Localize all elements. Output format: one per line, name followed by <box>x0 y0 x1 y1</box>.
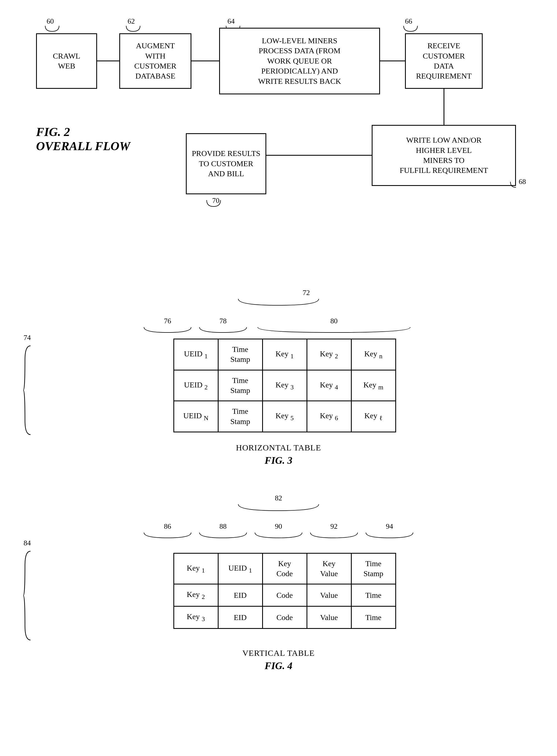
fig3-label: FIG. 3 <box>22 455 535 466</box>
left-brace-84 <box>22 549 32 643</box>
flowchart-fig2: 60 62 64 66 CRAWL WEB AUGMENT WITH CUSTO… <box>22 17 535 272</box>
horizontal-table: UEID 1 TimeStamp Key 1 Key 2 Key n UEID … <box>173 339 396 432</box>
augment-box: AUGMENT WITH CUSTOMER DATABASE <box>119 33 192 89</box>
fig4-label: FIG. 4 <box>22 660 535 672</box>
bracket-90 <box>254 531 303 539</box>
bracket-62 <box>125 24 142 33</box>
receive-box: RECEIVE CUSTOMER DATA REQUIREMENT <box>405 33 483 89</box>
cell-ueid1: UEID 1 <box>174 339 218 370</box>
cell-key5: Key 5 <box>262 401 307 432</box>
ref-74: 74 <box>24 334 31 342</box>
cell-time2-v: Time <box>351 607 395 628</box>
cell-code1-v: Code <box>262 584 307 607</box>
bracket-92 <box>309 531 359 539</box>
cell-ueid2: UEID 2 <box>174 370 218 401</box>
table-row: Key 2 EID Code Value Time <box>174 584 395 607</box>
low-level-box: LOW-LEVEL MINERS PROCESS DATA (FROM WORK… <box>219 28 380 94</box>
arrow-write-provide <box>266 155 372 156</box>
ref-90: 90 <box>275 522 282 530</box>
cell-key3-v: Key 3 <box>174 607 218 628</box>
cell-ts1: TimeStamp <box>218 339 262 370</box>
fig4-section: 82 86 88 90 92 <box>22 494 535 672</box>
left-brace-74 <box>22 343 32 438</box>
provide-box: PROVIDE RESULTS TO CUSTOMER AND BILL <box>186 133 266 194</box>
arrow-receive-write <box>444 89 444 125</box>
cell-timestamp-v: TimeStamp <box>351 553 395 584</box>
cell-keyell: Key ℓ <box>351 401 395 432</box>
cell-value2-v: Value <box>307 607 351 628</box>
table-row: Key 3 EID Code Value Time <box>174 607 395 628</box>
crawl-web-box: CRAWL WEB <box>36 33 97 89</box>
bracket-80 <box>256 326 412 334</box>
fig3-table-title: HORIZONTAL TABLE <box>22 443 535 452</box>
ref-84: 84 <box>24 539 31 547</box>
ref-86: 86 <box>164 522 171 530</box>
fig2-label: FIG. 2 OVERALL FLOW <box>36 125 130 153</box>
ref-82: 82 <box>275 494 282 502</box>
cell-keym: Key m <box>351 370 395 401</box>
cell-key2: Key 2 <box>307 339 351 370</box>
cell-ts2: TimeStamp <box>218 370 262 401</box>
cell-key1-v: Key 1 <box>174 553 218 584</box>
cell-key4: Key 4 <box>307 370 351 401</box>
bracket-78 <box>198 326 248 334</box>
arrow-augment-lowlevel <box>192 60 219 61</box>
bracket-70 <box>205 199 222 207</box>
table-row: UEID 1 TimeStamp Key 1 Key 2 Key n <box>174 339 395 370</box>
bracket-94 <box>364 531 414 539</box>
table-row: UEID N TimeStamp Key 5 Key 6 Key ℓ <box>174 401 395 432</box>
table-row: Key 1 UEID 1 KeyCode KeyValue TimeStamp <box>174 553 395 584</box>
ref-94: 94 <box>386 522 393 530</box>
vertical-table: Key 1 UEID 1 KeyCode KeyValue TimeStamp … <box>173 553 396 629</box>
bracket-88 <box>198 531 248 539</box>
cell-value1-v: Value <box>307 584 351 607</box>
ref-72: 72 <box>303 289 310 297</box>
bracket-60 <box>44 24 60 33</box>
bracket-68 <box>509 180 523 189</box>
ref-80: 80 <box>330 317 338 325</box>
fig4-table-title: VERTICAL TABLE <box>22 648 535 658</box>
bracket-66 <box>402 24 419 33</box>
write-miners-box: WRITE LOW AND/OR HIGHER LEVEL MINERS TO … <box>372 125 516 186</box>
cell-ueid1-v: UEID 1 <box>218 553 262 584</box>
ref-88: 88 <box>219 522 227 530</box>
ref-76: 76 <box>164 317 171 325</box>
bracket-82 <box>237 503 320 511</box>
cell-time1-v: Time <box>351 584 395 607</box>
cell-eid2-v: EID <box>218 607 262 628</box>
bracket-76 <box>143 326 193 334</box>
cell-keyvalue-v: KeyValue <box>307 553 351 584</box>
cell-keycode-v: KeyCode <box>262 553 307 584</box>
cell-ueidN: UEID N <box>174 401 218 432</box>
cell-code2-v: Code <box>262 607 307 628</box>
bracket-72 <box>237 298 320 306</box>
table-row: UEID 2 TimeStamp Key 3 Key 4 Key m <box>174 370 395 401</box>
ref-92: 92 <box>330 522 338 530</box>
cell-key1: Key 1 <box>262 339 307 370</box>
cell-ts3: TimeStamp <box>218 401 262 432</box>
arrow-crawl-augment <box>97 60 119 61</box>
cell-key2-v: Key 2 <box>174 584 218 607</box>
bracket-86 <box>143 531 193 539</box>
arrow-lowlevel-receive <box>380 60 405 61</box>
ref-78: 78 <box>219 317 227 325</box>
cell-key6: Key 6 <box>307 401 351 432</box>
cell-key3: Key 3 <box>262 370 307 401</box>
cell-eid1-v: EID <box>218 584 262 607</box>
fig3-section: 72 76 78 80 74 <box>22 289 535 466</box>
cell-keyn: Key n <box>351 339 395 370</box>
